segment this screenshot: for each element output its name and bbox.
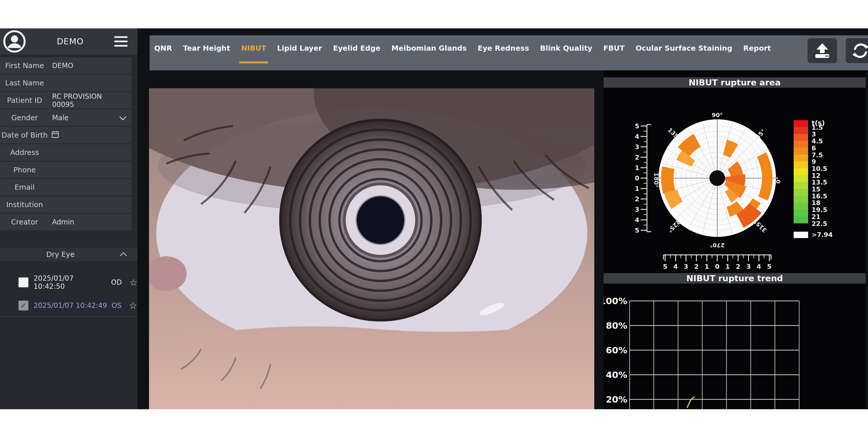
upload-icon	[814, 42, 831, 59]
rupture-area-title: NIBUT rupture area	[603, 77, 866, 88]
svg-text:4.5: 4.5	[812, 138, 823, 145]
field-value[interactable]: Admin	[49, 218, 132, 226]
patient-field-row: Patient ID RC PROVISION 00095	[0, 92, 132, 109]
chevron-down-icon	[119, 113, 126, 120]
calendar-icon[interactable]	[52, 130, 59, 140]
field-value[interactable]: DEMO	[49, 62, 132, 70]
nav-tab[interactable]: Lipid Layer	[277, 44, 322, 52]
user-avatar-icon[interactable]	[3, 30, 26, 53]
svg-text:2: 2	[635, 196, 639, 203]
svg-text:3: 3	[635, 143, 639, 151]
nav-tab[interactable]: QNR	[154, 44, 172, 52]
sidebar-divider	[0, 316, 137, 317]
nav-tab[interactable]: Tear Height	[183, 44, 230, 52]
nav-tab-label: FBUT	[603, 44, 625, 52]
svg-text:5: 5	[635, 227, 639, 234]
svg-text:5: 5	[663, 263, 667, 270]
nav-tab-label: Blink Quality	[540, 44, 593, 52]
field-label: Last Name	[0, 79, 49, 87]
svg-text:1.5: 1.5	[812, 124, 823, 131]
svg-text:3: 3	[684, 263, 688, 270]
svg-text:4: 4	[756, 263, 761, 270]
svg-text:4: 4	[673, 263, 678, 270]
svg-text:16.5: 16.5	[812, 193, 827, 200]
svg-text:13.5: 13.5	[812, 179, 827, 186]
svg-text:6: 6	[812, 145, 816, 152]
svg-text:7.5: 7.5	[812, 151, 823, 159]
svg-text:1: 1	[705, 263, 709, 270]
patient-field-row: Institution	[0, 196, 132, 213]
refresh-icon	[852, 42, 868, 59]
svg-text:225°: 225°	[666, 219, 682, 234]
svg-text:3: 3	[635, 206, 639, 213]
field-label: Address	[0, 148, 49, 157]
rupture-trend-title: NIBUT rupture trend	[603, 273, 866, 284]
nav-tab[interactable]: Report	[743, 44, 771, 52]
exam-list-item[interactable]: 2025/01/07 10:42:49 OS ☆	[0, 296, 137, 315]
exam-timestamp: 2025/01/07 10:42:50	[34, 274, 106, 290]
exam-checkbox[interactable]	[19, 278, 28, 287]
star-icon[interactable]: ☆	[129, 301, 137, 310]
svg-text:10.5: 10.5	[812, 165, 827, 172]
field-value[interactable]: Male	[49, 114, 132, 122]
nav-tab[interactable]: Eye Redness	[478, 44, 529, 52]
nav-tab-label: Tear Height	[183, 44, 230, 52]
svg-text:18: 18	[812, 199, 820, 206]
field-value-text: Male	[52, 114, 69, 122]
svg-text:0: 0	[635, 175, 639, 182]
sidebar-header: DEMO	[0, 28, 137, 54]
nav-tab[interactable]: Eyelid Edge	[333, 44, 380, 52]
upload-button[interactable]	[808, 38, 837, 63]
svg-text:2: 2	[635, 154, 639, 161]
exam-list-item[interactable]: 2025/01/07 10:42:50 OD ☆	[0, 273, 137, 291]
field-label: Institution	[0, 200, 49, 209]
dry-eye-section-header[interactable]: Dry Eye	[0, 248, 137, 261]
nav-tab[interactable]: FBUT	[603, 44, 625, 52]
nav-tab[interactable]: Blink Quality	[540, 44, 593, 52]
star-icon[interactable]: ☆	[129, 278, 137, 287]
patient-field-row: Address	[0, 144, 132, 161]
field-label: Creator	[0, 218, 49, 226]
field-label: Email	[0, 183, 49, 192]
nav-tab[interactable]: Meibomian Glands	[392, 44, 467, 52]
svg-text:1: 1	[725, 263, 730, 270]
patient-field-row: Email	[0, 179, 132, 196]
svg-text:4: 4	[635, 133, 639, 140]
svg-text:5: 5	[767, 263, 771, 270]
svg-text:40%: 40%	[606, 370, 627, 380]
patient-field-row: Phone	[0, 162, 132, 178]
svg-text:3: 3	[812, 130, 816, 138]
nav-tab[interactable]: NIBUT	[241, 44, 266, 52]
exam-checkbox[interactable]	[19, 300, 28, 311]
patient-field-row: Date of Birth	[0, 127, 132, 143]
nav-tab-label: NIBUT	[241, 44, 266, 52]
field-value[interactable]	[49, 130, 132, 140]
patient-field-row: Last Name	[0, 75, 132, 91]
exam-type-navbar: QNR Tear Height NIBUT Lipid Layer Eyelid…	[150, 35, 868, 70]
svg-text:1: 1	[635, 164, 639, 171]
nav-tab-label: Ocular Surface Staining	[636, 44, 732, 52]
field-value[interactable]: RC PROVISION 00095	[49, 92, 132, 109]
svg-text:60%: 60%	[606, 345, 627, 355]
field-label: Date of Birth	[0, 131, 49, 139]
nav-tab[interactable]: Ocular Surface Staining	[636, 44, 732, 52]
svg-text:90°: 90°	[712, 112, 723, 118]
svg-text:15: 15	[812, 186, 820, 193]
patient-field-row: First Name DEMO	[0, 57, 132, 74]
menu-hamburger-icon[interactable]	[114, 36, 128, 47]
field-label: Patient ID	[0, 96, 49, 105]
svg-text:0°: 0°	[775, 177, 782, 184]
dry-eye-section-title: Dry Eye	[0, 250, 121, 259]
eye-photo	[149, 88, 594, 409]
patient-fields: First Name DEMO	[0, 57, 132, 231]
nibut-rupture-area-chart: 90°45°0°315°270°225°180°135°543210123455…	[603, 88, 866, 273]
analysis-panel: NIBUT rupture area 90°45°0°315°270°225°1…	[603, 70, 866, 409]
svg-text:0: 0	[715, 263, 719, 270]
svg-text:9: 9	[812, 158, 816, 165]
nav-tab-label: Meibomian Glands	[392, 44, 467, 52]
svg-text:20%: 20%	[606, 394, 627, 405]
refresh-button[interactable]	[846, 38, 868, 63]
exam-timestamp: 2025/01/07 10:42:49	[34, 301, 107, 310]
application-window: DEMO First Name	[0, 28, 868, 409]
svg-text:1: 1	[635, 185, 639, 192]
